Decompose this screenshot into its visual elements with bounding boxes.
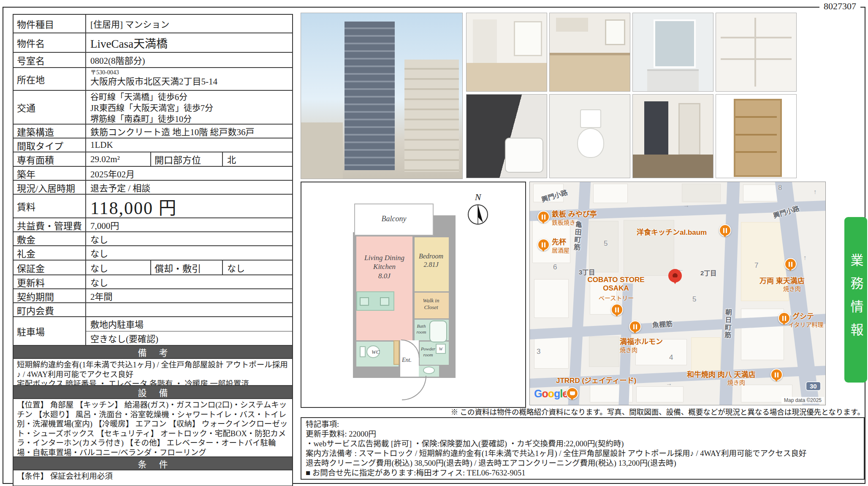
restaurant-pin-icon xyxy=(784,258,797,270)
row-label: 償却・敷引 xyxy=(150,261,223,274)
section-header-equipment: 設 備 xyxy=(14,386,292,399)
row-value: 1LDK xyxy=(86,138,292,152)
row-value xyxy=(86,303,292,316)
row-value: なし xyxy=(86,246,292,260)
poi-category: ベーストリー xyxy=(599,293,634,302)
block-number: 6 xyxy=(553,263,557,272)
row-label: 物件種目 xyxy=(14,15,86,33)
restaurant-pin-icon xyxy=(611,304,623,316)
restaurant-pin-icon xyxy=(629,320,641,333)
table-row: 賃料 118,000 円 xyxy=(14,195,292,218)
table-row: 現況/入居時期 退去予定 / 相談 xyxy=(14,181,292,195)
poi-category: 焼き肉 xyxy=(620,345,637,354)
address-cell: 〒530-0043 大阪府大阪市北区天満2丁目5-14 xyxy=(86,68,292,90)
block-label: 3丁目 xyxy=(579,267,595,276)
table-row: 町内会費 xyxy=(14,303,292,317)
document-number: 8027307 xyxy=(819,1,860,12)
table-row: 保証金 なし 償却・敷引 なし xyxy=(14,261,292,275)
row-label: 交通 xyxy=(14,91,86,124)
wall-block xyxy=(433,215,456,234)
row-label: 専有面積 xyxy=(14,152,86,166)
opening-direction: 北 xyxy=(223,152,282,166)
block-label: 2丁目 xyxy=(700,268,716,277)
row-label: 更新料 xyxy=(14,275,86,288)
road-arrow: ↑ xyxy=(803,254,807,261)
row-value: なし xyxy=(223,261,282,274)
ldk-label: Living Dining Kitchen 8.0J xyxy=(358,253,411,280)
road-arrow: → xyxy=(683,201,689,209)
property-location-pin xyxy=(668,269,682,282)
remarks-line: 短期解約違約金有(1年未満で共込1ヶ月) / 全住戸角部屋設計 アウトポール採用… xyxy=(17,360,289,379)
map-copyright: Map data ©2025 xyxy=(781,397,824,404)
poi-name: 洋食キッチンal.baum xyxy=(637,226,707,237)
row-label: 敷金 xyxy=(14,232,86,245)
block-number: 5 xyxy=(604,239,608,248)
remarks-body: 短期解約違約金有(1年未満で共込1ヶ月) / 全住戸角部屋設計 アウトポール採用… xyxy=(14,359,292,386)
compass: N xyxy=(465,192,491,228)
table-row: 建築構造 鉄筋コンクリート造 地上10階 総戸数36戸 xyxy=(14,125,292,138)
balcony-label: Balcony xyxy=(355,214,432,224)
row-label: 町内会費 xyxy=(14,303,86,316)
photo-kitchen xyxy=(549,13,630,92)
property-table: 物件種目 [住居用] マンション 物件名 LiveCasa天満橋 号室名 080… xyxy=(13,14,293,486)
block-number: 8 xyxy=(778,184,782,192)
poi-name: COBATO STORE OSAKA xyxy=(587,276,645,293)
photo-living-room xyxy=(466,13,547,92)
building-low xyxy=(301,122,343,179)
notes-line: 退去時クリーニング費用(税込) 38,500円(退去時) / 退去時エアコンクリ… xyxy=(306,459,860,468)
toilet-tank-shape xyxy=(360,346,366,357)
photo-entrance-hall xyxy=(632,94,713,178)
row-value: なし xyxy=(86,232,292,245)
photo-building-exterior xyxy=(301,13,463,179)
table-row: 敷金 なし xyxy=(14,232,292,246)
location-map: → ↑ ↑ ← → 興門小路 興門小路 亀田町筋 魚棚筋 朝日町筋 鉄板 みやび… xyxy=(529,182,826,405)
row-label: 開口部方位 xyxy=(150,152,223,166)
row-label: 現況/入居時期 xyxy=(14,181,86,194)
row-value: なし xyxy=(86,261,150,274)
block-number: 5 xyxy=(692,295,696,304)
bath-label: Bath room xyxy=(414,323,429,335)
bathtub-shape xyxy=(429,320,447,342)
access-line: JR東西線「大阪天満宮」徒歩7分 xyxy=(90,103,292,114)
table-row: 礼金 なし xyxy=(14,246,292,261)
poi-name: 和牛焼肉 肉八 天満店 xyxy=(687,369,755,379)
photo-closet xyxy=(716,13,797,92)
business-info-tab[interactable]: 業務情報 xyxy=(844,217,867,383)
row-value: 2025年02月 xyxy=(86,167,292,180)
row-value: 鉄筋コンクリート造 地上10階 総戸数36戸 xyxy=(86,125,292,138)
sink-oval-shape xyxy=(423,367,435,374)
row-value: 2年間 xyxy=(86,289,292,302)
sink-shape xyxy=(360,297,369,306)
restaurant-pin-icon xyxy=(537,239,550,251)
table-row: 所在地 〒530-0043 大阪府大阪市北区天満2丁目5-14 xyxy=(14,68,292,91)
table-row: 契約期間 2年間 xyxy=(14,289,292,303)
row-label: 築年 xyxy=(14,167,86,180)
table-row: 築年 2025年02月 xyxy=(14,167,292,181)
poi-category: 鉄板焼き xyxy=(552,218,575,226)
poi-category: 居酒屋 xyxy=(552,246,570,254)
row-label: 間取タイプ xyxy=(14,138,86,152)
table-row: 間取タイプ 1LDK xyxy=(14,138,292,152)
row-value: 退去予定 / 相談 xyxy=(86,181,292,194)
notes-line: ・webサービス広告掲載 [許可] ・保険:保険要加入(要確認) ・カギ交換費用… xyxy=(306,439,860,449)
postal-code: 〒530-0043 xyxy=(90,69,292,76)
row-value: [住居用] マンション xyxy=(86,15,292,33)
poi-name: JTRRD (ジェイティード) xyxy=(556,375,636,385)
parking-availability: 空きなし(要確認) xyxy=(86,331,292,345)
building-silhouette xyxy=(344,22,394,171)
row-label: 共益費・管理費 xyxy=(14,218,86,231)
photo-bathroom xyxy=(466,94,547,178)
compass-icon xyxy=(466,203,490,226)
stove-shape xyxy=(380,297,389,306)
row-label: 礼金 xyxy=(14,246,86,260)
floor-plan: W Balcony Living Dining Kitchen 8.0J Bed… xyxy=(301,182,526,408)
road-arrow: ↑ xyxy=(814,188,817,195)
restaurant-pin-icon xyxy=(778,312,790,324)
table-row: 更新料 なし xyxy=(14,275,292,289)
building-neighbor xyxy=(404,60,459,172)
property-sheet: 8027307 物件種目 [住居用] マンション 物件名 LiveCasa天満橋… xyxy=(0,0,868,486)
restaurant-pin-icon xyxy=(770,369,783,381)
row-label: 契約期間 xyxy=(14,289,86,302)
row-label: 所在地 xyxy=(14,68,86,90)
special-notes-box: 特記事項: 更新手数料: 22000円 ・webサービス広告掲載 [許可] ・保… xyxy=(301,417,865,480)
